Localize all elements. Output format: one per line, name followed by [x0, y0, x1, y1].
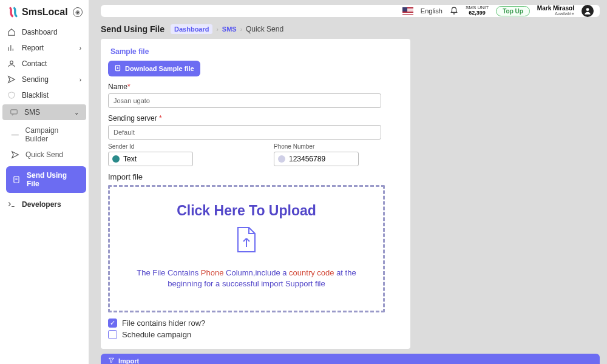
nav-label: Quick Send [25, 150, 63, 159]
chevron-right-icon: › [80, 76, 81, 83]
nav-label: Report [22, 44, 44, 52]
nav-campaign-builder[interactable]: — Campaign Builder [4, 123, 89, 147]
dash-icon: — [11, 130, 19, 139]
name-input[interactable] [108, 93, 381, 108]
nav-quick-send[interactable]: Quick Send [4, 147, 89, 163]
svg-rect-1 [11, 110, 18, 114]
breadcrumb: Send Using File Dashboard › SMS › Quick … [101, 17, 600, 39]
nav-label: SMS [24, 108, 40, 116]
nav-report[interactable]: Report › [0, 40, 89, 56]
import-button[interactable]: Import [101, 354, 600, 364]
checkbox-label: File contains hider row? [122, 318, 205, 328]
nav-developers[interactable]: Developers [0, 197, 89, 212]
avatar-icon[interactable] [582, 5, 594, 17]
brand-name: SmsLocal [22, 7, 68, 18]
nav-blacklist[interactable]: Blacklist [0, 87, 89, 103]
dot-icon [278, 155, 285, 163]
nav-label: Dashboard [22, 28, 58, 36]
flag-icon [402, 7, 413, 15]
nav-sending[interactable]: Sending › [0, 72, 89, 87]
nav-dashboard[interactable]: Dashboard [0, 24, 89, 40]
filter-icon [108, 357, 115, 364]
svg-point-5 [586, 8, 589, 11]
bars-icon [7, 44, 16, 52]
breadcrumb-sms[interactable]: SMS [222, 25, 237, 33]
chat-icon [10, 108, 18, 116]
download-sample-button[interactable]: Download Sample file [108, 61, 200, 76]
send-icon [11, 150, 19, 159]
file-icon [12, 175, 21, 184]
home-icon [7, 28, 16, 36]
checkbox-unchecked-icon [108, 330, 117, 339]
upload-file-icon [234, 225, 259, 257]
terminal-icon [7, 200, 16, 209]
section-title: Sample file [110, 47, 403, 56]
checkbox-schedule[interactable]: Schedule campaign [108, 330, 403, 339]
import-file-label: Import file [108, 172, 403, 181]
phone-label: Phone Number [274, 143, 403, 150]
server-label: Sending server * [108, 114, 403, 123]
sender-id-value: Text [123, 155, 137, 163]
nav-label: Blacklist [22, 91, 49, 99]
checkbox-checked-icon: ✓ [108, 318, 117, 328]
sender-id-label: Sender Id [108, 143, 237, 150]
page-title: Send Using File [101, 24, 164, 34]
dot-icon [112, 155, 120, 163]
svg-point-0 [10, 61, 13, 64]
checkbox-label: Schedule campaign [122, 330, 191, 339]
nav-label: Developers [22, 200, 61, 209]
bell-icon[interactable] [450, 7, 458, 15]
checkbox-hider-row[interactable]: ✓ File contains hider row? [108, 318, 403, 328]
shield-icon [7, 91, 16, 99]
nav-label: Contact [22, 59, 47, 68]
nav-send-using-file[interactable]: Send Using File [6, 166, 86, 193]
dropzone-help: The File Contains Phone Column,include a… [122, 268, 371, 289]
send-icon [7, 75, 16, 84]
user-status: Available [537, 12, 574, 17]
topup-button[interactable]: Top Up [496, 6, 530, 16]
nav-label: Send Using File [27, 171, 80, 188]
language-selector[interactable]: English [421, 7, 443, 15]
chevron-right-icon: › [216, 26, 218, 33]
brand-logo-icon [7, 6, 19, 18]
sidebar: SmsLocal ◉ Dashboard Report › Contact Se… [0, 0, 89, 364]
phone-input[interactable]: 123456789 [274, 152, 359, 166]
chevron-down-icon: ⌄ [74, 109, 79, 116]
user-icon [7, 59, 16, 68]
nav-label: Campaign Builder [25, 126, 81, 143]
chevron-right-icon: › [80, 45, 81, 52]
collapse-icon[interactable]: ◉ [73, 7, 83, 17]
file-dropzone[interactable]: Click Here To Upload The File Contains P… [108, 185, 385, 312]
main-content: English SMS UNIT 62,399 Top Up Mark Mira… [89, 0, 607, 364]
phone-value: 123456789 [289, 155, 325, 163]
nav-sms-children: — Campaign Builder Quick Send Send Using… [0, 123, 89, 197]
logo-row: SmsLocal ◉ [0, 4, 89, 24]
import-label: Import [118, 357, 139, 365]
form-card: Sample file Download Sample file Name* S… [101, 39, 410, 349]
download-icon [114, 64, 121, 73]
nav-sms[interactable]: SMS ⌄ [2, 104, 86, 120]
nav-label: Sending [22, 75, 49, 84]
chevron-right-icon: › [240, 26, 242, 33]
breadcrumb-dashboard[interactable]: Dashboard [171, 24, 212, 34]
sms-units: SMS UNIT 62,399 [466, 5, 489, 17]
name-label: Name* [108, 83, 403, 91]
topbar: English SMS UNIT 62,399 Top Up Mark Mira… [101, 5, 600, 17]
sender-id-input[interactable]: Text [108, 152, 193, 166]
breadcrumb-current: Quick Send [246, 25, 283, 33]
download-label: Download Sample file [125, 65, 194, 72]
server-input[interactable] [108, 125, 381, 140]
dropzone-title: Click Here To Upload [177, 203, 316, 219]
nav-contact[interactable]: Contact [0, 56, 89, 72]
user-info: Mark Mirasol Available [537, 5, 574, 17]
units-value: 62,399 [466, 10, 489, 16]
